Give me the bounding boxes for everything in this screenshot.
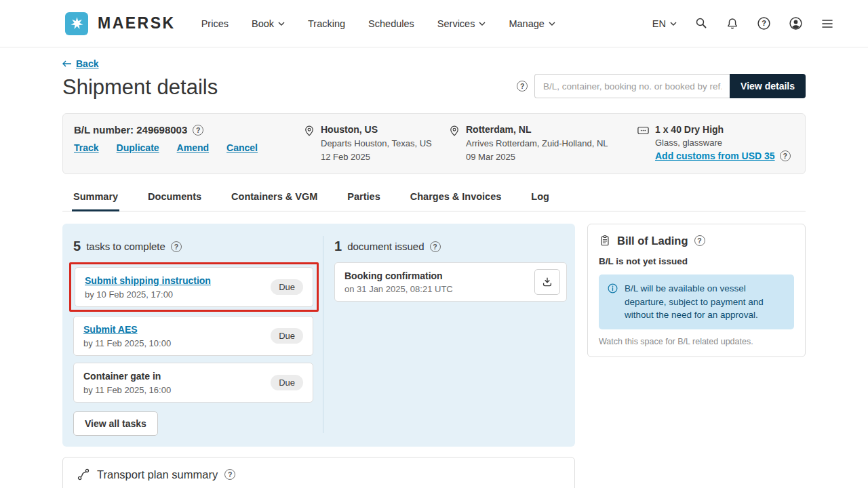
destination-detail: Arrives Rotterdam, Zuid-Holland, NL bbox=[466, 138, 608, 148]
nav-item-services[interactable]: Services bbox=[437, 18, 486, 29]
destination-section: Rotterdam, NL Arrives Rotterdam, Zuid-Ho… bbox=[448, 124, 615, 162]
maersk-star-icon bbox=[69, 16, 85, 31]
task-link[interactable]: Submit shipping instruction bbox=[85, 275, 211, 286]
document-item-booking-confirmation[interactable]: Booking confirmation on 31 Jan 2025, 08:… bbox=[334, 262, 567, 302]
brand-wordmark: MAERSK bbox=[98, 14, 176, 33]
tasks-documents-panel: 5 tasks to complete Submit shipping inst… bbox=[62, 224, 575, 447]
track-link[interactable]: Track bbox=[74, 142, 99, 153]
bol-info-box: B/L will be available on vessel departur… bbox=[599, 274, 794, 329]
document-title: Booking confirmation bbox=[344, 270, 453, 281]
tasks-count: 5 bbox=[73, 239, 81, 254]
bol-footnote: Watch this space for B/L related updates… bbox=[599, 337, 794, 346]
tasks-heading: tasks to complete bbox=[86, 241, 165, 252]
clipboard-icon bbox=[599, 234, 611, 247]
top-navigation-bar: MAERSK Prices Book Tracking Schedules Se… bbox=[0, 0, 868, 47]
shipment-summary-bar: B/L number: 249698003 Track Duplicate Am… bbox=[62, 113, 806, 174]
documents-help-icon[interactable] bbox=[430, 241, 441, 252]
red-annotation-box: Submit shipping instruction by 10 Feb 20… bbox=[69, 262, 319, 312]
tasks-section: 5 tasks to complete Submit shipping inst… bbox=[71, 233, 323, 436]
main-nav: Prices Book Tracking Schedules Services … bbox=[201, 18, 555, 29]
destination-date: 09 Mar 2025 bbox=[466, 152, 608, 162]
nav-item-manage[interactable]: Manage bbox=[509, 18, 555, 29]
chevron-down-icon bbox=[549, 22, 555, 26]
container-icon bbox=[637, 124, 650, 137]
bl-number-label: B/L number: 249698003 bbox=[74, 124, 187, 136]
documents-heading: document issued bbox=[347, 241, 424, 252]
chevron-down-icon bbox=[278, 22, 285, 26]
location-pin-icon bbox=[448, 124, 460, 138]
tasks-help-icon[interactable] bbox=[171, 241, 182, 252]
account-icon[interactable] bbox=[789, 16, 803, 30]
task-deadline: by 10 Feb 2025, 17:00 bbox=[85, 289, 211, 300]
route-icon bbox=[77, 468, 90, 481]
documents-count: 1 bbox=[334, 239, 342, 254]
tab-parties[interactable]: Parties bbox=[346, 185, 381, 211]
view-details-button[interactable]: View details bbox=[730, 74, 806, 98]
amend-link[interactable]: Amend bbox=[177, 142, 209, 153]
bol-help-icon[interactable] bbox=[694, 235, 705, 246]
chevron-down-icon bbox=[670, 22, 677, 26]
download-icon bbox=[541, 276, 553, 288]
view-all-tasks-button[interactable]: View all tasks bbox=[73, 411, 158, 436]
tab-documents[interactable]: Documents bbox=[146, 185, 203, 211]
task-deadline: by 11 Feb 2025, 10:00 bbox=[83, 338, 171, 348]
bol-info-text: B/L will be available on vessel departur… bbox=[625, 282, 786, 322]
svg-text:?: ? bbox=[762, 19, 766, 27]
back-arrow-icon bbox=[62, 60, 72, 67]
bol-title: Bill of Lading bbox=[617, 235, 688, 247]
download-button[interactable] bbox=[534, 269, 560, 295]
origin-detail: Departs Houston, Texas, US bbox=[321, 138, 432, 148]
cancel-link[interactable]: Cancel bbox=[226, 142, 258, 153]
nav-item-prices[interactable]: Prices bbox=[201, 18, 229, 29]
page-title: Shipment details bbox=[62, 75, 218, 100]
bl-number-section: B/L number: 249698003 Track Duplicate Am… bbox=[74, 124, 303, 162]
origin-date: 12 Feb 2025 bbox=[321, 152, 432, 162]
cargo-section: 1 x 40 Dry High Glass, glassware Add cus… bbox=[637, 124, 791, 162]
bl-help-icon[interactable] bbox=[193, 125, 203, 136]
language-selector[interactable]: EN bbox=[652, 18, 677, 29]
transport-plan-card: Transport plan summary Status: Not start… bbox=[62, 457, 575, 488]
maersk-logo[interactable] bbox=[65, 12, 88, 35]
task-deadline: by 11 Feb 2025, 16:00 bbox=[83, 385, 171, 395]
task-item-container-gate-in[interactable]: Container gate in by 11 Feb 2025, 16:00 … bbox=[73, 363, 313, 403]
info-icon bbox=[607, 283, 618, 294]
menu-icon[interactable] bbox=[821, 18, 834, 30]
location-pin-icon bbox=[303, 124, 315, 138]
nav-item-schedules[interactable]: Schedules bbox=[368, 18, 414, 29]
container-type: 1 x 40 Dry High bbox=[655, 124, 791, 135]
topbar-tools: EN ? bbox=[652, 16, 834, 30]
nav-item-tracking[interactable]: Tracking bbox=[308, 18, 345, 29]
task-item-submit-aes[interactable]: Submit AES by 11 Feb 2025, 10:00 Due bbox=[73, 316, 313, 356]
due-badge: Due bbox=[271, 279, 303, 295]
tab-summary[interactable]: Summary bbox=[72, 185, 119, 211]
duplicate-link[interactable]: Duplicate bbox=[117, 142, 159, 153]
add-customs-link[interactable]: Add customs from USD 35 bbox=[655, 150, 775, 161]
tab-containers-vgm[interactable]: Containers & VGM bbox=[230, 185, 319, 211]
bol-status: B/L is not yet issued bbox=[599, 256, 794, 266]
shipment-search: View details bbox=[517, 74, 806, 98]
help-icon[interactable]: ? bbox=[757, 16, 771, 30]
back-link[interactable]: Back bbox=[62, 58, 98, 69]
nav-item-book[interactable]: Book bbox=[252, 18, 285, 29]
tab-charges-invoices[interactable]: Charges & Invoices bbox=[409, 185, 503, 211]
origin-city: Houston, US bbox=[321, 124, 432, 135]
task-title: Container gate in bbox=[83, 371, 161, 382]
shipment-search-input[interactable] bbox=[534, 74, 730, 98]
transport-plan-title: Transport plan summary bbox=[97, 468, 218, 481]
customs-help-icon[interactable] bbox=[780, 150, 791, 161]
transport-plan-help-icon[interactable] bbox=[224, 469, 235, 480]
due-badge: Due bbox=[271, 328, 303, 344]
search-help-icon[interactable] bbox=[517, 81, 528, 92]
chevron-down-icon bbox=[479, 22, 486, 26]
commodity: Glass, glassware bbox=[655, 138, 791, 148]
shipment-tabs: Summary Documents Containers & VGM Parti… bbox=[62, 185, 806, 211]
task-link[interactable]: Submit AES bbox=[83, 324, 138, 335]
notifications-bell-icon[interactable] bbox=[726, 17, 739, 30]
bill-of-lading-card: Bill of Lading B/L is not yet issued B/L… bbox=[587, 224, 806, 357]
tab-log[interactable]: Log bbox=[530, 185, 551, 211]
origin-section: Houston, US Departs Houston, Texas, US 1… bbox=[303, 124, 448, 162]
search-icon[interactable] bbox=[694, 17, 708, 30]
destination-city: Rotterdam, NL bbox=[466, 124, 608, 135]
document-date: on 31 Jan 2025, 08:21 UTC bbox=[344, 284, 453, 294]
task-item-submit-shipping-instruction[interactable]: Submit shipping instruction by 10 Feb 20… bbox=[75, 267, 313, 307]
